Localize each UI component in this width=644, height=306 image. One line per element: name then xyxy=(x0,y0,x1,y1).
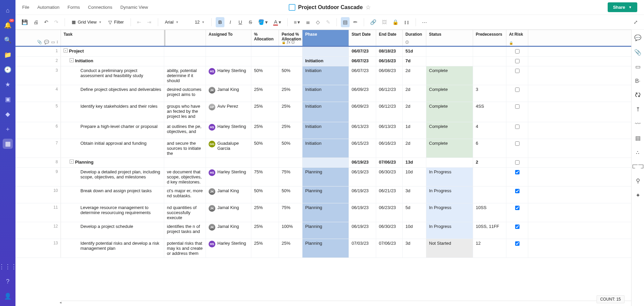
cell-assigned[interactable]: HSHarley Sterling xyxy=(206,239,251,258)
collapse-toggle-icon[interactable]: - xyxy=(70,58,74,62)
cell-task-overflow[interactable]: identifies the n of project tasks and xyxy=(164,222,206,239)
column-end[interactable]: End Date xyxy=(376,30,403,46)
table-row[interactable]: 5Identify key stakeholders and their rol… xyxy=(15,102,631,122)
search-icon[interactable]: 🔍 xyxy=(3,35,13,45)
update-requests-icon[interactable]: 🗘 xyxy=(635,92,641,99)
table-row[interactable]: 3Conduct a preliminary project assessmen… xyxy=(15,66,631,85)
table-row[interactable]: 4Define project objectives and deliverab… xyxy=(15,85,631,102)
cell-allocation[interactable]: 25% xyxy=(251,239,279,258)
at-risk-checkbox[interactable] xyxy=(515,160,520,165)
cell-phase[interactable]: Planning xyxy=(302,222,349,239)
cell-duration[interactable]: 1d xyxy=(403,122,426,139)
row-number[interactable]: 7 xyxy=(15,139,61,158)
cell-at-risk[interactable] xyxy=(506,203,528,222)
cell-allocation[interactable] xyxy=(251,158,279,167)
cell-period-allocation[interactable]: 25% xyxy=(279,239,302,258)
cell-phase[interactable]: Initiation xyxy=(302,57,349,66)
at-risk-checkbox[interactable] xyxy=(515,88,520,92)
italic-button[interactable]: I xyxy=(226,17,235,27)
cell-allocation[interactable]: 25% xyxy=(251,203,279,222)
cell-predecessors[interactable]: 12 xyxy=(473,239,506,258)
menu-forms[interactable]: Forms xyxy=(68,5,80,10)
cell-status[interactable]: Complete xyxy=(426,102,473,122)
font-color-button[interactable]: A▾ xyxy=(271,17,283,27)
cell-task-overflow[interactable] xyxy=(164,57,206,66)
active-sheet-icon[interactable]: ▦ xyxy=(3,139,13,149)
cell-task-overflow[interactable] xyxy=(164,158,206,167)
at-risk-checkbox[interactable] xyxy=(515,206,520,210)
cell-at-risk[interactable] xyxy=(506,168,528,186)
cell-start-date[interactable]: 06/09/23 xyxy=(349,85,376,102)
activity-log-icon[interactable]: 〰 xyxy=(635,121,641,127)
cell-task[interactable]: -Planning xyxy=(61,158,164,167)
cell-task[interactable]: Identify key stakeholders and their role… xyxy=(61,102,164,122)
cell-end-date[interactable]: 06/23/23 xyxy=(376,203,403,222)
cell-task-overflow[interactable]: ability, potential determine if it shoul… xyxy=(164,66,206,85)
cell-task-overflow[interactable]: desired outcomes project aims to xyxy=(164,85,206,102)
solutions-icon[interactable]: ⋮⋮⋮ xyxy=(3,262,13,272)
cell-at-risk[interactable] xyxy=(506,102,528,122)
work-apps-icon[interactable]: ◆ xyxy=(3,109,13,119)
more-button[interactable]: ⋯ xyxy=(420,17,429,27)
cell-status[interactable]: Complete xyxy=(426,66,473,85)
cell-duration[interactable]: 3d xyxy=(403,239,426,258)
filter-button[interactable]: ▽ Filter xyxy=(106,20,127,25)
cell-period-allocation[interactable]: 50% xyxy=(279,66,302,85)
cell-start-date[interactable]: 06/13/23 xyxy=(349,122,376,139)
row-number[interactable]: 6 xyxy=(15,122,61,139)
cell-end-date[interactable]: 06/08/23 xyxy=(376,66,403,85)
at-risk-checkbox[interactable] xyxy=(515,170,520,174)
indent-icon[interactable]: ⇥ xyxy=(145,17,154,27)
cell-predecessors[interactable]: 3 xyxy=(473,85,506,102)
cell-allocation[interactable]: 25% xyxy=(251,85,279,102)
cell-status[interactable]: Not Started xyxy=(426,239,473,258)
underline-button[interactable]: U xyxy=(236,17,245,27)
cell-assigned[interactable] xyxy=(206,47,251,56)
summary-icon[interactable]: ▤ xyxy=(635,135,641,142)
cell-period-allocation[interactable]: 50% xyxy=(279,186,302,203)
favorites-icon[interactable]: ★ xyxy=(3,79,13,90)
menu-automation[interactable]: Automation xyxy=(37,5,60,10)
wrap-button[interactable]: ≣ xyxy=(303,17,312,27)
cell-phase[interactable]: Planning xyxy=(302,168,349,186)
conditional-format-button[interactable]: ▤ xyxy=(341,17,350,27)
folder-icon[interactable]: 📁 xyxy=(3,50,13,60)
cell-at-risk[interactable] xyxy=(506,47,528,56)
column-predecessors[interactable]: Predecessors xyxy=(473,30,506,46)
account-icon[interactable]: 👤 xyxy=(3,291,13,301)
lock-button[interactable]: 🔒 xyxy=(390,17,401,27)
row-number[interactable]: 11 xyxy=(15,203,61,222)
cell-predecessors[interactable]: 10SS, 11FF xyxy=(473,222,506,239)
cell-phase[interactable]: Initiation xyxy=(302,102,349,122)
cell-at-risk[interactable] xyxy=(506,239,528,258)
at-risk-checkbox[interactable] xyxy=(515,69,520,73)
cell-duration[interactable]: 5d xyxy=(403,203,426,222)
cell-start-date[interactable]: 06/19/23 xyxy=(349,168,376,186)
cell-end-date[interactable]: 06/12/23 xyxy=(376,85,403,102)
undo-icon[interactable]: ↶ xyxy=(42,17,50,27)
resource-management-icon[interactable]: ⛬ xyxy=(635,149,641,156)
cell-phase[interactable]: Initiation xyxy=(302,85,349,102)
column-at-risk[interactable]: At Risk 🔒 xyxy=(506,30,528,46)
row-number[interactable]: 4 xyxy=(15,85,61,102)
connect-icon[interactable]: ⚲ xyxy=(636,177,640,184)
at-risk-checkbox[interactable] xyxy=(515,225,520,229)
cell-assigned[interactable]: JKJamal King xyxy=(206,222,251,239)
proofs-panel-icon[interactable]: ▭ xyxy=(635,63,641,70)
menu-connections[interactable]: Connections xyxy=(88,5,112,10)
view-switcher[interactable]: ▦ Grid View ▼ xyxy=(69,20,104,25)
cell-task-overflow[interactable] xyxy=(164,47,206,56)
attachments-panel-icon[interactable]: 📎 xyxy=(634,49,641,56)
cell-assigned[interactable] xyxy=(206,57,251,66)
cell-duration[interactable]: 10d xyxy=(403,222,426,239)
cell-duration[interactable]: 10d xyxy=(403,168,426,186)
cell-assigned[interactable] xyxy=(206,158,251,167)
cell-duration[interactable]: 7d xyxy=(403,57,426,66)
print-icon[interactable]: 🖨 xyxy=(31,17,40,27)
table-row[interactable]: 13Identify potential risks and develop a… xyxy=(15,239,631,258)
cell-phase[interactable] xyxy=(302,47,349,56)
cell-phase[interactable]: Initiation xyxy=(302,139,349,158)
cell-status[interactable] xyxy=(426,158,473,167)
cell-allocation[interactable]: 50% xyxy=(251,139,279,158)
at-risk-checkbox[interactable] xyxy=(515,141,520,146)
